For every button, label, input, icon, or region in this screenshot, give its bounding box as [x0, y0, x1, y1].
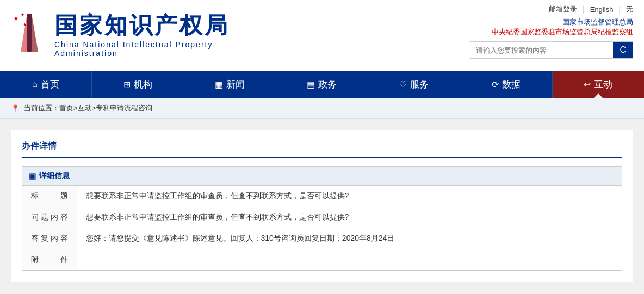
row-value-reply: 您好：请您提交《意见陈述书》陈述意见。回复人：310号咨询员回复日期：2020年…	[77, 228, 622, 249]
nav-label-org: 机构	[134, 78, 152, 91]
nav-item-news[interactable]: ▦ 新闻	[184, 71, 276, 98]
search-button[interactable]: C	[613, 42, 633, 58]
table-row: 问题内容 想要联系非正常申请监控工作组的审查员，但查不到联系方式，是否可以提供?	[22, 207, 622, 228]
org-icon: ⊞	[123, 79, 131, 90]
logo-title-en: China National Intellectual Property Adm…	[54, 40, 261, 58]
breadcrumb: 📍 当前位置：首页>互动>专利申请流程咨询	[0, 98, 644, 119]
nav-label-home: 首页	[41, 78, 59, 91]
nav-item-gov[interactable]: ▤ 政务	[276, 71, 368, 98]
row-label-attachment: 附 件	[22, 249, 77, 271]
divider2: |	[618, 5, 621, 14]
breadcrumb-text: 当前位置：首页>互动>专利申请流程咨询	[24, 103, 152, 113]
svg-marker-5	[27, 14, 38, 52]
nav-item-home[interactable]: ⌂ 首页	[0, 71, 92, 98]
nav-item-interact[interactable]: ↩ 互动	[553, 71, 644, 98]
nav-item-data[interactable]: ⟳ 数据	[460, 71, 552, 98]
service-icon: ♡	[399, 79, 407, 90]
nav-label-service: 服务	[410, 78, 429, 91]
logo-text: 国家知识产权局 China National Intellectual Prop…	[54, 13, 261, 58]
mailbox-link[interactable]: 邮箱登录	[549, 4, 577, 14]
no-link[interactable]: 无	[626, 4, 633, 14]
divider1: |	[583, 5, 585, 14]
search-icon: C	[620, 45, 626, 54]
table-row: 答复内容 您好：请您提交《意见陈述书》陈述意见。回复人：310号咨询员回复日期：…	[22, 228, 622, 249]
detail-table: 标 题 想要联系非正常申请监控工作组的审查员，但查不到联系方式，是否可以提供? …	[22, 186, 622, 270]
row-label-title: 标 题	[22, 186, 77, 207]
logo-icon: ★ ★ ★ ★	[11, 11, 49, 60]
nav-label-data: 数据	[502, 78, 521, 91]
logo-area: ★ ★ ★ ★ 国家知识产权局 China National Intellect…	[0, 0, 272, 71]
org-links: 国家市场监督管理总局 中央纪委国家监委驻市场监管总局纪检监察组	[283, 17, 633, 37]
interact-icon: ↩	[584, 79, 591, 90]
news-icon: ▦	[215, 79, 223, 90]
nav-item-service[interactable]: ♡ 服务	[368, 71, 460, 98]
top-links: 邮箱登录 | English | 无	[283, 4, 633, 14]
logo-title-cn: 国家知识产权局	[54, 13, 261, 38]
section-title: 办件详情	[22, 141, 622, 158]
nav-label-gov: 政务	[318, 78, 337, 91]
location-icon: 📍	[11, 104, 20, 112]
search-box: C	[470, 41, 633, 59]
detail-header-icon: ▣	[29, 172, 36, 180]
org-link-2[interactable]: 中央纪委国家监委驻市场监管总局纪检监察组	[283, 27, 633, 37]
row-label-question: 问题内容	[22, 207, 77, 228]
right-area: 邮箱登录 | English | 无 国家市场监督管理总局 中央纪委国家监委驻市…	[272, 0, 644, 71]
nav-bar: ⌂ 首页 ⊞ 机构 ▦ 新闻 ▤ 政务 ♡ 服务 ⟳ 数据 ↩ 互动	[0, 71, 644, 98]
english-link[interactable]: English	[590, 5, 614, 14]
row-value-attachment	[77, 249, 622, 271]
nav-item-org[interactable]: ⊞ 机构	[92, 71, 184, 98]
nav-label-interact: 互动	[594, 78, 612, 91]
search-area: C	[283, 41, 633, 59]
nav-label-news: 新闻	[226, 78, 245, 91]
table-row: 标 题 想要联系非正常申请监控工作组的审查员，但查不到联系方式，是否可以提供?	[22, 186, 622, 207]
row-value-title: 想要联系非正常申请监控工作组的审查员，但查不到联系方式，是否可以提供?	[77, 186, 622, 207]
detail-box: ▣ 详细信息 标 题 想要联系非正常申请监控工作组的审查员，但查不到联系方式，是…	[22, 166, 622, 271]
detail-header-label: 详细信息	[39, 171, 70, 181]
home-icon: ⌂	[32, 79, 38, 89]
data-icon: ⟳	[492, 79, 499, 90]
row-label-reply: 答复内容	[22, 228, 77, 249]
org-link-1[interactable]: 国家市场监督管理总局	[283, 17, 633, 27]
gov-icon: ▤	[307, 79, 315, 90]
svg-text:★: ★	[21, 12, 24, 17]
table-row: 附 件	[22, 249, 622, 271]
row-value-question: 想要联系非正常申请监控工作组的审查员，但查不到联系方式，是否可以提供?	[77, 207, 622, 228]
svg-marker-6	[21, 14, 27, 52]
svg-text:★: ★	[13, 15, 19, 22]
detail-header: ▣ 详细信息	[22, 167, 622, 186]
header: ★ ★ ★ ★ 国家知识产权局 China National Intellect…	[0, 0, 644, 71]
content-area: 办件详情 ▣ 详细信息 标 题 想要联系非正常申请监控工作组的审查员，但查不到联…	[11, 130, 633, 282]
search-input[interactable]	[470, 42, 613, 58]
